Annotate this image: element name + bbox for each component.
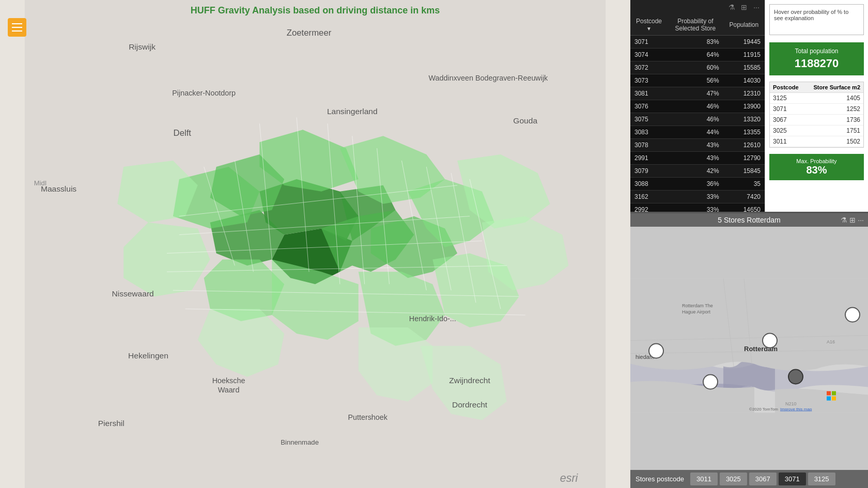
cell-population: 7420 [723,191,765,203]
hover-explanation-box: Hover over probability of % to see expla… [769,4,864,35]
table-row[interactable]: 3072 60% 15585 [630,61,765,74]
label-rijswijk: Rijswijk [129,42,156,51]
postcode-btn-3071[interactable]: 3071 [779,473,806,485]
postcode-store-row: 3011 1502 [770,136,863,147]
table-toolbar: ⚗ ⊞ ··· [630,0,765,14]
stores-filter-icon[interactable]: ⚗ [841,216,847,224]
postcode-store-row: 3067 1736 [770,115,863,125]
label-zoetermeer: Zoetermeer [287,28,332,38]
stores-more-icon[interactable]: ··· [858,216,864,224]
label-pijnacker: Pijnacker-Nootdorp [172,89,236,97]
bottom-section: 5 Stores Rotterdam ⚗ ⊞ ··· [630,212,868,488]
label-delft: Delft [174,128,192,138]
postcode-store-row: 3025 1751 [770,125,863,136]
store-3025-circle[interactable] [703,375,718,389]
cell-probability: 42% [668,165,723,178]
right-panel: ⚗ ⊞ ··· Postcode▼ Probability ofSelected… [630,0,868,488]
table-row[interactable]: 3074 64% 11915 [630,49,765,61]
postcode-buttons: 30113025306730713125 [690,473,835,485]
label-waddinxveen: Waddinxveen Bodegraven-Reeuwijk [429,74,549,82]
cell-probability: 43% [668,139,723,152]
store-surface: 1502 [846,138,860,145]
bing-yellow [832,397,836,401]
main-map-svg[interactable]: Zoetermeer Rijswijk Pijnacker-Nootdorp D… [0,0,630,488]
map-title: HUFF Gravity Analysis based on driving d… [191,5,440,16]
cell-population: 15585 [723,61,765,74]
postcode-btn-3011[interactable]: 3011 [690,473,718,485]
cell-population: 15845 [723,165,765,178]
airport-label2: Hague Airport [682,309,711,314]
table-row[interactable]: 3088 36% 35 [630,178,765,191]
cell-probability: 44% [668,126,723,139]
cell-postcode: 3075 [630,113,668,126]
improve-map-link[interactable]: Improve this map [780,407,812,412]
table-scroll[interactable]: Postcode▼ Probability ofSelected Store P… [630,14,765,212]
cell-population: 12310 [723,87,765,100]
cell-postcode: 3083 [630,126,668,139]
stores-postcode-bar: Stores postcode 30113025306730713125 [630,470,868,488]
cell-population: 35 [723,178,765,191]
label-dordrecht: Dordrecht [452,400,488,409]
airport-label: Rotterdam The [682,303,713,308]
table-row[interactable]: 3162 33% 7420 [630,191,765,203]
table-row[interactable]: 3078 43% 12610 [630,139,765,152]
table-row[interactable]: 3081 47% 12310 [630,87,765,100]
label-midl: Midl [34,179,47,187]
table-row[interactable]: 3071 83% 19445 [630,36,765,49]
more-icon[interactable]: ··· [751,2,762,12]
postcode-btn-3025[interactable]: 3025 [720,473,747,485]
postcode-col-header: Postcode [773,84,799,90]
store-3067-circle[interactable] [763,334,777,348]
map-area: HUFF Gravity Analysis based on driving d… [0,0,630,488]
store-surface: 1405 [846,95,860,102]
hamburger-button[interactable] [8,18,26,37]
store-3071-circle[interactable] [788,370,803,384]
store-3125-circle[interactable] [845,308,860,322]
expand-icon[interactable]: ⊞ [739,2,749,12]
postcode-store-box: Postcode Store Surface m2 3125 1405 3071… [769,82,864,148]
postcode-btn-3125[interactable]: 3125 [808,473,835,485]
table-row[interactable]: 2991 43% 12790 [630,152,765,165]
cell-postcode: 3076 [630,100,668,113]
cell-probability: 47% [668,87,723,100]
store-postcode: 3011 [773,138,787,145]
hover-text: Hover over probability of % to see expla… [774,9,848,21]
table-row[interactable]: 3075 46% 13320 [630,113,765,126]
road-a16: A16 [827,339,835,344]
label-waard: Waard [218,386,240,394]
total-population-box: Total population 1188270 [769,42,864,75]
stores-expand-icon[interactable]: ⊞ [849,216,856,224]
table-row[interactable]: 3076 46% 13900 [630,100,765,113]
cell-population: 11915 [723,49,765,61]
cell-population: 19445 [723,36,765,49]
table-row[interactable]: 3073 56% 14030 [630,74,765,87]
label-zwijndrecht: Zwijndrecht [449,376,490,385]
table-row[interactable]: 3083 44% 13355 [630,126,765,139]
filter-icon[interactable]: ⚗ [726,2,737,12]
cell-probability: 46% [668,100,723,113]
store-surface: 1751 [846,127,860,134]
esri-logo: esri [560,472,579,484]
cell-postcode: 3162 [630,191,668,203]
col-probability: Probability ofSelected Store [668,14,723,36]
data-table-panel: ⚗ ⊞ ··· Postcode▼ Probability ofSelected… [630,0,765,212]
cell-postcode: 3074 [630,49,668,61]
total-population-value: 1188270 [774,57,859,70]
stores-mini-map[interactable]: Rotterdam The Hague Airport Rotterdam hi… [630,227,868,465]
table-row[interactable]: 2992 33% 14650 [630,203,765,212]
cell-population: 12790 [723,152,765,165]
store-3011-circle[interactable] [649,344,663,358]
postcode-store-header: Postcode Store Surface m2 [770,82,863,93]
postcode-btn-3067[interactable]: 3067 [749,473,777,485]
stores-map-title-bar: 5 Stores Rotterdam ⚗ ⊞ ··· [630,213,868,227]
cell-postcode: 3088 [630,178,668,191]
label-puttershoek: Puttershoek [348,413,388,421]
stores-map-title: 5 Stores Rotterdam [718,216,780,224]
cell-population: 13355 [723,126,765,139]
table-row[interactable]: 3079 42% 15845 [630,165,765,178]
col-postcode: Postcode▼ [630,14,668,36]
postcode-store-row: 3071 1252 [770,104,863,115]
label-hekelingen: Hekelingen [128,351,168,360]
postcode-store-rows: 3125 1405 3071 1252 3067 1736 3025 1751 … [770,93,863,147]
col-population: Population [723,14,765,36]
